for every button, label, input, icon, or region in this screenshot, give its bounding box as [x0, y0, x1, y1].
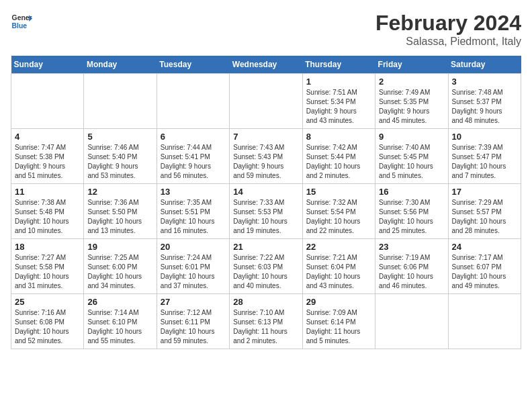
- calendar-cell: [448, 294, 521, 349]
- calendar-cell: 11Sunrise: 7:38 AMSunset: 5:48 PMDayligh…: [11, 184, 84, 239]
- day-number: 3: [452, 77, 517, 87]
- day-number: 1: [306, 77, 371, 87]
- day-info: Sunrise: 7:16 AMSunset: 6:08 PMDaylight:…: [15, 308, 80, 346]
- calendar-cell: 5Sunrise: 7:46 AMSunset: 5:40 PMDaylight…: [84, 129, 157, 184]
- calendar-header: SundayMondayTuesdayWednesdayThursdayFrid…: [11, 56, 521, 74]
- calendar-cell: [157, 74, 229, 129]
- day-info: Sunrise: 7:14 AMSunset: 6:10 PMDaylight:…: [87, 308, 152, 346]
- day-of-week-header: Sunday: [11, 56, 84, 74]
- calendar-cell: [84, 74, 157, 129]
- calendar-cell: [11, 74, 84, 129]
- day-number: 23: [379, 242, 444, 252]
- day-number: 24: [452, 242, 517, 252]
- calendar-cell: 27Sunrise: 7:12 AMSunset: 6:11 PMDayligh…: [157, 294, 229, 349]
- day-info: Sunrise: 7:43 AMSunset: 5:43 PMDaylight:…: [233, 143, 298, 181]
- calendar-cell: 21Sunrise: 7:22 AMSunset: 6:03 PMDayligh…: [230, 239, 302, 294]
- day-info: Sunrise: 7:42 AMSunset: 5:44 PMDaylight:…: [306, 143, 371, 181]
- day-info: Sunrise: 7:51 AMSunset: 5:34 PMDaylight:…: [306, 88, 371, 126]
- calendar-cell: 10Sunrise: 7:39 AMSunset: 5:47 PMDayligh…: [448, 129, 521, 184]
- calendar-cell: [230, 74, 302, 129]
- day-info: Sunrise: 7:30 AMSunset: 5:56 PMDaylight:…: [379, 198, 444, 236]
- calendar-cell: 1Sunrise: 7:51 AMSunset: 5:34 PMDaylight…: [302, 74, 375, 129]
- day-info: Sunrise: 7:35 AMSunset: 5:51 PMDaylight:…: [161, 198, 226, 236]
- svg-text:Blue: Blue: [12, 22, 28, 30]
- calendar-cell: 16Sunrise: 7:30 AMSunset: 5:56 PMDayligh…: [375, 184, 448, 239]
- calendar-cell: 15Sunrise: 7:32 AMSunset: 5:54 PMDayligh…: [302, 184, 375, 239]
- day-of-week-header: Monday: [84, 56, 157, 74]
- logo: General Blue: [11, 11, 32, 32]
- day-info: Sunrise: 7:32 AMSunset: 5:54 PMDaylight:…: [306, 198, 371, 236]
- logo-icon: General Blue: [11, 11, 32, 32]
- calendar-cell: 29Sunrise: 7:09 AMSunset: 6:14 PMDayligh…: [302, 294, 375, 349]
- calendar-cell: 22Sunrise: 7:21 AMSunset: 6:04 PMDayligh…: [302, 239, 375, 294]
- week-row: 4Sunrise: 7:47 AMSunset: 5:38 PMDaylight…: [11, 129, 521, 184]
- day-info: Sunrise: 7:48 AMSunset: 5:37 PMDaylight:…: [452, 88, 517, 126]
- day-of-week-header: Tuesday: [157, 56, 229, 74]
- day-number: 5: [87, 132, 152, 142]
- day-info: Sunrise: 7:46 AMSunset: 5:40 PMDaylight:…: [87, 143, 152, 181]
- day-number: 25: [15, 297, 80, 307]
- day-number: 14: [233, 187, 298, 197]
- day-info: Sunrise: 7:21 AMSunset: 6:04 PMDaylight:…: [306, 253, 371, 291]
- calendar-cell: 12Sunrise: 7:36 AMSunset: 5:50 PMDayligh…: [84, 184, 157, 239]
- day-of-week-header: Friday: [375, 56, 448, 74]
- day-number: 22: [306, 242, 371, 252]
- calendar-cell: 2Sunrise: 7:49 AMSunset: 5:35 PMDaylight…: [375, 74, 448, 129]
- day-number: 8: [306, 132, 371, 142]
- calendar-body: 1Sunrise: 7:51 AMSunset: 5:34 PMDaylight…: [11, 74, 521, 349]
- month-year-title: February 2024: [375, 11, 521, 36]
- day-of-week-header: Saturday: [448, 56, 521, 74]
- calendar-cell: 13Sunrise: 7:35 AMSunset: 5:51 PMDayligh…: [157, 184, 229, 239]
- day-number: 15: [306, 187, 371, 197]
- header-row: SundayMondayTuesdayWednesdayThursdayFrid…: [11, 56, 521, 74]
- calendar-cell: 8Sunrise: 7:42 AMSunset: 5:44 PMDaylight…: [302, 129, 375, 184]
- day-info: Sunrise: 7:10 AMSunset: 6:13 PMDaylight:…: [233, 308, 298, 346]
- page-header: General Blue February 2024 Salassa, Pied…: [11, 11, 521, 48]
- calendar-cell: 14Sunrise: 7:33 AMSunset: 5:53 PMDayligh…: [230, 184, 302, 239]
- day-number: 7: [233, 132, 298, 142]
- calendar-cell: 18Sunrise: 7:27 AMSunset: 5:58 PMDayligh…: [11, 239, 84, 294]
- day-info: Sunrise: 7:40 AMSunset: 5:45 PMDaylight:…: [379, 143, 444, 181]
- calendar-cell: 6Sunrise: 7:44 AMSunset: 5:41 PMDaylight…: [157, 129, 229, 184]
- day-number: 20: [161, 242, 226, 252]
- day-info: Sunrise: 7:09 AMSunset: 6:14 PMDaylight:…: [306, 308, 371, 346]
- day-info: Sunrise: 7:25 AMSunset: 6:00 PMDaylight:…: [87, 253, 152, 291]
- calendar-cell: 26Sunrise: 7:14 AMSunset: 6:10 PMDayligh…: [84, 294, 157, 349]
- calendar-cell: 19Sunrise: 7:25 AMSunset: 6:00 PMDayligh…: [84, 239, 157, 294]
- day-of-week-header: Thursday: [302, 56, 375, 74]
- day-info: Sunrise: 7:12 AMSunset: 6:11 PMDaylight:…: [161, 308, 226, 346]
- day-number: 18: [15, 242, 80, 252]
- calendar-cell: 9Sunrise: 7:40 AMSunset: 5:45 PMDaylight…: [375, 129, 448, 184]
- day-of-week-header: Wednesday: [230, 56, 302, 74]
- calendar-cell: 4Sunrise: 7:47 AMSunset: 5:38 PMDaylight…: [11, 129, 84, 184]
- calendar-cell: 25Sunrise: 7:16 AMSunset: 6:08 PMDayligh…: [11, 294, 84, 349]
- day-info: Sunrise: 7:39 AMSunset: 5:47 PMDaylight:…: [452, 143, 517, 181]
- calendar-table: SundayMondayTuesdayWednesdayThursdayFrid…: [11, 56, 521, 349]
- calendar-cell: 7Sunrise: 7:43 AMSunset: 5:43 PMDaylight…: [230, 129, 302, 184]
- day-number: 16: [379, 187, 444, 197]
- week-row: 1Sunrise: 7:51 AMSunset: 5:34 PMDaylight…: [11, 74, 521, 129]
- day-number: 26: [87, 297, 152, 307]
- day-info: Sunrise: 7:33 AMSunset: 5:53 PMDaylight:…: [233, 198, 298, 236]
- day-number: 29: [306, 297, 371, 307]
- week-row: 18Sunrise: 7:27 AMSunset: 5:58 PMDayligh…: [11, 239, 521, 294]
- day-info: Sunrise: 7:38 AMSunset: 5:48 PMDaylight:…: [15, 198, 80, 236]
- day-number: 17: [452, 187, 517, 197]
- day-info: Sunrise: 7:27 AMSunset: 5:58 PMDaylight:…: [15, 253, 80, 291]
- calendar-cell: 24Sunrise: 7:17 AMSunset: 6:07 PMDayligh…: [448, 239, 521, 294]
- title-block: February 2024 Salassa, Piedmont, Italy: [375, 11, 521, 48]
- calendar-cell: 28Sunrise: 7:10 AMSunset: 6:13 PMDayligh…: [230, 294, 302, 349]
- day-number: 19: [87, 242, 152, 252]
- day-info: Sunrise: 7:17 AMSunset: 6:07 PMDaylight:…: [452, 253, 517, 291]
- day-number: 9: [379, 132, 444, 142]
- day-number: 2: [379, 77, 444, 87]
- calendar-cell: [375, 294, 448, 349]
- day-number: 12: [87, 187, 152, 197]
- day-number: 27: [161, 297, 226, 307]
- calendar-cell: 20Sunrise: 7:24 AMSunset: 6:01 PMDayligh…: [157, 239, 229, 294]
- day-number: 21: [233, 242, 298, 252]
- day-info: Sunrise: 7:24 AMSunset: 6:01 PMDaylight:…: [161, 253, 226, 291]
- week-row: 25Sunrise: 7:16 AMSunset: 6:08 PMDayligh…: [11, 294, 521, 349]
- day-info: Sunrise: 7:36 AMSunset: 5:50 PMDaylight:…: [87, 198, 152, 236]
- week-row: 11Sunrise: 7:38 AMSunset: 5:48 PMDayligh…: [11, 184, 521, 239]
